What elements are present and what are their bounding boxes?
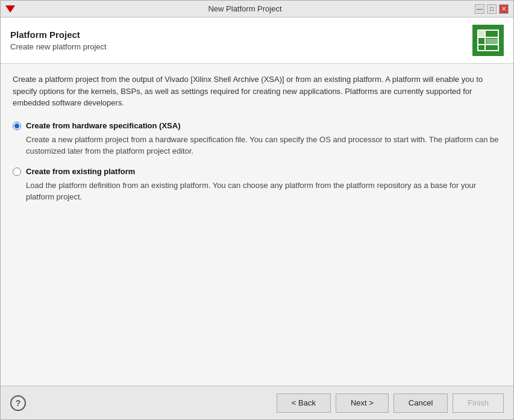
footer-right: < Back Next > Cancel Finish <box>277 393 504 413</box>
content-area: Create a platform project from the outpu… <box>1 64 513 386</box>
vitis-logo-icon <box>5 4 15 14</box>
close-button[interactable]: ✕ <box>499 4 509 14</box>
titlebar-buttons: — □ ✕ <box>475 4 509 14</box>
description-create-from-xsa: Create a new platform project from a har… <box>26 134 501 157</box>
footer-left: ? <box>10 395 277 411</box>
platform-icon-svg <box>477 29 500 52</box>
option-group-xsa: Create from hardware specification (XSA)… <box>13 121 501 157</box>
label-create-from-xsa[interactable]: Create from hardware specification (XSA) <box>26 121 180 130</box>
header-title: Platform Project <box>10 30 465 40</box>
radio-create-from-xsa[interactable] <box>13 122 21 130</box>
header-text: Platform Project Create new platform pro… <box>10 30 465 51</box>
svg-rect-6 <box>486 39 498 45</box>
back-button[interactable]: < Back <box>277 393 331 413</box>
help-icon: ? <box>16 398 21 408</box>
titlebar-left <box>5 4 15 14</box>
header-subtitle: Create new platform project <box>10 42 465 51</box>
cancel-button[interactable]: Cancel <box>393 393 448 413</box>
close-icon: ✕ <box>501 5 506 12</box>
footer: ? < Back Next > Cancel Finish <box>1 386 513 419</box>
next-button[interactable]: Next > <box>336 393 389 413</box>
maximize-icon: □ <box>490 5 494 12</box>
svg-rect-5 <box>478 30 485 37</box>
finish-label: Finish <box>468 398 489 407</box>
titlebar-title: New Platform Project <box>15 4 475 13</box>
radio-create-from-existing[interactable] <box>13 168 21 176</box>
next-label: Next > <box>351 398 374 407</box>
titlebar: New Platform Project — □ ✕ <box>1 1 513 17</box>
finish-button[interactable]: Finish <box>453 393 504 413</box>
back-label: < Back <box>292 398 316 407</box>
description-create-from-existing: Load the platform definition from an exi… <box>26 180 501 203</box>
minimize-icon: — <box>477 5 483 12</box>
help-button[interactable]: ? <box>10 395 26 411</box>
option-row-existing: Create from existing platform <box>13 167 501 176</box>
description-text: Create a platform project from the outpu… <box>13 74 501 109</box>
label-create-from-existing[interactable]: Create from existing platform <box>26 167 135 176</box>
maximize-button[interactable]: □ <box>487 4 497 14</box>
header-section: Platform Project Create new platform pro… <box>1 17 513 64</box>
platform-project-icon <box>472 25 504 56</box>
option-group-existing: Create from existing platform Load the p… <box>13 167 501 203</box>
minimize-button[interactable]: — <box>475 4 484 14</box>
svg-marker-0 <box>5 5 15 13</box>
dialog-new-platform-project: New Platform Project — □ ✕ Platform Proj… <box>0 0 514 420</box>
option-row-xsa: Create from hardware specification (XSA) <box>13 121 501 130</box>
cancel-label: Cancel <box>409 398 433 407</box>
